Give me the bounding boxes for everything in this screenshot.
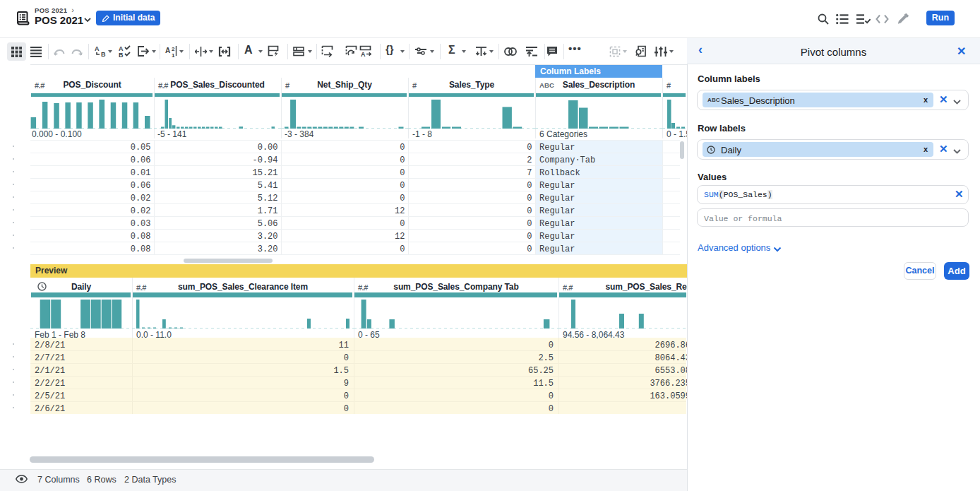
svg-text:B: B (119, 52, 124, 58)
svg-text:A: A (361, 51, 366, 58)
svg-text:A: A (165, 47, 170, 54)
svg-text:1: 1 (172, 52, 175, 58)
svg-text:2: 2 (172, 46, 175, 52)
svg-text:B: B (101, 51, 106, 57)
svg-text:A: A (95, 45, 100, 52)
